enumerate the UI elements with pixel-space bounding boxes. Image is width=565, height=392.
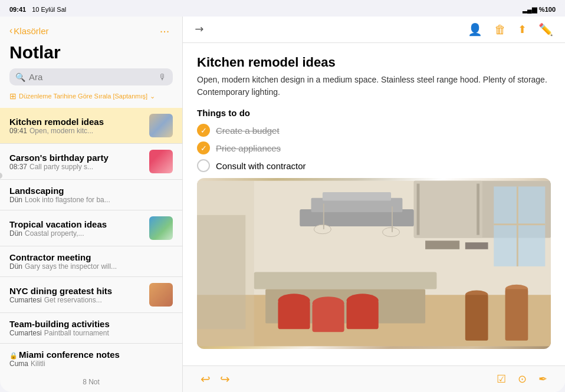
back-button[interactable]: ‹ Klasörler <box>9 25 49 36</box>
svg-rect-27 <box>392 206 393 232</box>
svg-rect-25 <box>323 203 324 229</box>
sidebar-nav: ‹ Klasörler ··· <box>9 22 173 39</box>
chevron-down-icon: ⌄ <box>150 93 155 100</box>
note-subtitle-nyc: CumartesiGet reservations... <box>9 296 143 304</box>
note-thumb-birthday <box>149 150 173 173</box>
main-toolbar: ↙ 👤 🗑 ⬆ ✏️ <box>183 17 565 43</box>
note-text-teambuilding: Team-building activities CumartesiPaintb… <box>9 319 173 337</box>
sort-label: Düzenleme Tarihine Göre Sırala [Saptanmı… <box>19 93 147 100</box>
todo-check-empty-contractor[interactable] <box>197 159 210 172</box>
note-item-kitchen[interactable]: Kitchen remodel ideas 09:41Open, modern … <box>0 108 182 144</box>
toolbar-right: 👤 🗑 ⬆ ✏️ <box>468 22 553 37</box>
svg-rect-9 <box>254 272 437 289</box>
note-item-contractor[interactable]: Contractor meeting DünGary says the insp… <box>0 246 182 277</box>
edit-icon[interactable]: ✏️ <box>538 22 553 37</box>
note-count-label: 8 Not <box>83 378 100 386</box>
note-item-landscaping[interactable]: Landscaping DünLook into flagstone for b… <box>0 180 182 210</box>
note-detail-body: Open, modern kitchen design in a medium … <box>197 74 551 98</box>
note-item-teambuilding[interactable]: Team-building activities CumartesiPaintb… <box>0 313 182 344</box>
note-title-teambuilding: Team-building activities <box>9 319 173 329</box>
svg-rect-30 <box>425 241 459 249</box>
status-time: 09:41 <box>9 6 26 13</box>
todo-label-budget: Create a budget <box>216 126 280 136</box>
note-text-tropical: Tropical vacation ideas DünCoastal prope… <box>9 219 143 238</box>
svg-rect-8 <box>494 223 545 225</box>
camera-icon[interactable]: ⊙ <box>518 373 527 386</box>
todo-section-title: Things to do <box>197 108 551 118</box>
todo-check-done-appliances[interactable]: ✓ <box>197 141 210 154</box>
note-subtitle-kitchen: 09:41Open, modern kitc... <box>9 127 143 135</box>
svg-rect-20 <box>505 289 528 341</box>
note-title-contractor: Contractor meeting <box>9 252 173 262</box>
note-text-nyc: NYC dining greatest hits CumartesiGet re… <box>9 286 143 304</box>
todo-item-contractor: Consult with contractor <box>197 159 551 172</box>
note-item-miami[interactable]: 🔒Miami conference notes CumaKilitli <box>0 344 182 372</box>
note-subtitle-landscaping: DünLook into flagstone for ba... <box>9 196 173 204</box>
svg-point-24 <box>314 225 331 233</box>
sidebar-menu-button[interactable]: ··· <box>156 22 173 39</box>
note-title-birthday: Carson's birthday party <box>9 153 143 163</box>
note-subtitle-contractor: DünGary says the inspector will... <box>9 262 173 271</box>
svg-rect-31 <box>465 242 488 249</box>
note-text-birthday: Carson's birthday party 08:37Call party … <box>9 153 143 171</box>
note-text-landscaping: Landscaping DünLook into flagstone for b… <box>9 186 173 204</box>
note-text-miami: 🔒Miami conference notes CumaKilitli <box>9 350 173 368</box>
todo-label-appliances: Price appliances <box>216 143 281 153</box>
collapse-sidebar-icon[interactable]: ↙ <box>191 22 206 37</box>
checklist-icon[interactable]: ☑ <box>497 373 506 386</box>
battery-icon: %100 <box>539 6 556 13</box>
kitchen-image <box>197 178 551 349</box>
search-icon: 🔍 <box>15 73 25 82</box>
undo-icon[interactable]: ↩ <box>201 372 211 386</box>
note-text-contractor: Contractor meeting DünGary says the insp… <box>9 252 173 271</box>
note-subtitle-tropical: DünCoastal property,... <box>9 229 143 238</box>
status-bar: 09:41 10 Eylül Sal ▂▄▆ %100 <box>0 0 565 17</box>
todo-item-budget: ✓ Create a budget <box>197 124 551 137</box>
share-icon[interactable]: ⬆ <box>518 23 527 36</box>
lock-icon: 🔒 <box>9 352 18 359</box>
svg-rect-16 <box>347 301 379 329</box>
search-input[interactable] <box>29 72 155 82</box>
sort-bar[interactable]: ⊞ Düzenleme Tarihine Göre Sırala [Saptan… <box>9 91 173 104</box>
status-right: ▂▄▆ %100 <box>523 6 556 14</box>
share-person-icon[interactable]: 👤 <box>468 22 482 37</box>
svg-rect-23 <box>323 192 391 201</box>
note-detail: Kitchen remodel ideas Open, modern kitch… <box>183 43 565 365</box>
search-bar[interactable]: 🔍 🎙 <box>9 68 173 85</box>
note-item-birthday[interactable]: Carson's birthday party 08:37Call party … <box>0 144 182 180</box>
note-subtitle-birthday: 08:37Call party supply s... <box>9 163 143 171</box>
kitchen-svg <box>197 178 551 349</box>
note-thumb-tropical <box>149 216 173 240</box>
back-label: Klasörler <box>14 26 48 36</box>
bottom-toolbar-left: ↩ ↪ <box>201 372 230 386</box>
svg-point-26 <box>383 228 400 236</box>
todo-label-contractor: Consult with contractor <box>216 161 306 171</box>
status-date: 10 Eylül Sal <box>32 6 66 13</box>
bottom-toolbar-right: ☑ ⊙ ✒ <box>497 373 547 386</box>
svg-rect-18 <box>465 295 488 340</box>
note-item-tropical[interactable]: Tropical vacation ideas DünCoastal prope… <box>0 210 182 246</box>
main-content: ↙ 👤 🗑 ⬆ ✏️ Kitchen remodel ideas Open, m… <box>183 17 565 392</box>
grid-icon: ⊞ <box>9 91 17 101</box>
microphone-icon: 🎙 <box>159 73 167 82</box>
bottom-toolbar: ↩ ↪ ☑ ⊙ ✒ <box>183 365 565 392</box>
delete-icon[interactable]: 🗑 <box>494 23 506 37</box>
app-container: ‹ Klasörler ··· Notlar 🔍 🎙 ⊞ Düzenleme T… <box>0 17 565 392</box>
svg-rect-14 <box>312 304 344 332</box>
more-icon: ··· <box>160 24 170 38</box>
sidebar-header: ‹ Klasörler ··· Notlar 🔍 🎙 ⊞ Düzenleme T… <box>0 17 182 108</box>
note-item-nyc[interactable]: NYC dining greatest hits CumartesiGet re… <box>0 277 182 313</box>
redo-icon[interactable]: ↪ <box>220 372 230 386</box>
todo-item-appliances: ✓ Price appliances <box>197 141 551 154</box>
todo-check-done-budget[interactable]: ✓ <box>197 124 210 137</box>
svg-rect-5 <box>417 184 420 235</box>
marker-icon[interactable]: ✒ <box>538 373 547 386</box>
note-text-kitchen: Kitchen remodel ideas 09:41Open, modern … <box>9 117 143 135</box>
note-title-miami: 🔒Miami conference notes <box>9 350 173 360</box>
notes-list: Kitchen remodel ideas 09:41Open, modern … <box>0 108 182 372</box>
svg-rect-3 <box>414 181 482 238</box>
wifi-icon: ▂▄▆ <box>523 6 537 14</box>
sidebar: ‹ Klasörler ··· Notlar 🔍 🎙 ⊞ Düzenleme T… <box>0 17 183 392</box>
note-thumb-kitchen <box>149 114 173 137</box>
note-detail-title: Kitchen remodel ideas <box>197 55 551 70</box>
